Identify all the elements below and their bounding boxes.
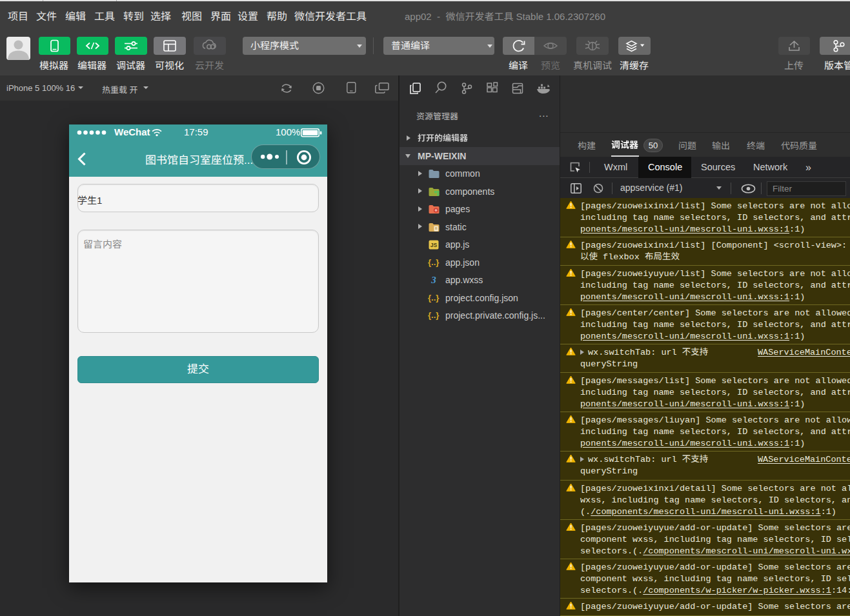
- svg-text:JS: JS: [430, 242, 438, 248]
- svg-text:3: 3: [430, 275, 436, 285]
